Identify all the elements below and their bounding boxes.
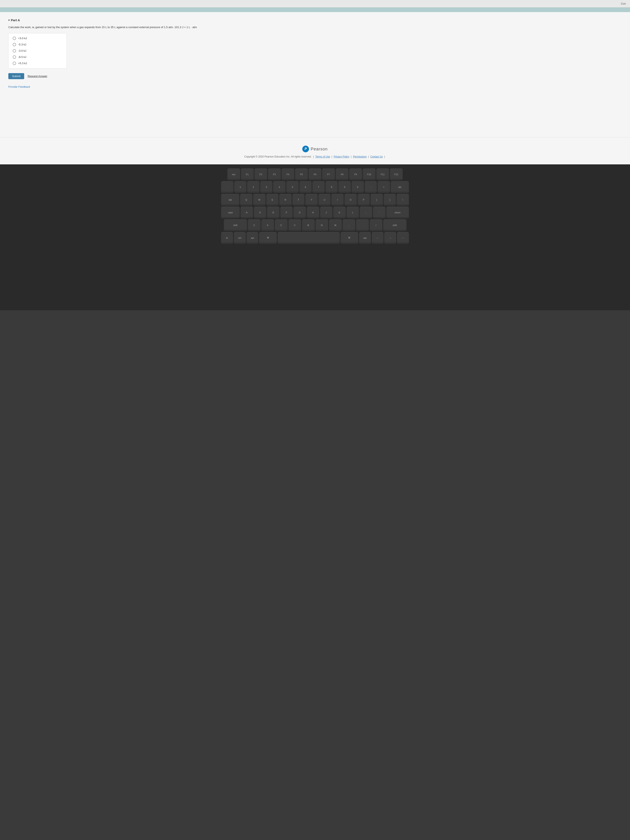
keyboard-row-6: fn ctrl opt ⌘ ⌘ opt ← ↑↓ → [221,232,409,243]
key-y[interactable]: Y [305,194,317,205]
key-cmd-right[interactable]: ⌘ [341,232,358,243]
key-f2[interactable]: F2 [254,169,267,180]
key-tab[interactable]: tab [221,194,239,205]
key-0[interactable]: 0 [352,181,364,193]
key-f6[interactable]: F6 [309,169,321,180]
radio-option-c[interactable]: -3.0 kJ [13,49,62,52]
key-shift-right[interactable]: shift [383,219,406,231]
provide-feedback-link[interactable]: Provide Feedback [8,85,30,88]
key-space[interactable] [278,232,339,243]
key-rbracket[interactable]: ] [384,194,396,205]
privacy-policy-link[interactable]: Privacy Policy [334,155,349,158]
key-period[interactable]: . [356,219,369,231]
key-caps[interactable]: caps [221,207,240,218]
key-4[interactable]: 4 [273,181,286,193]
top-bar: Con [0,0,630,8]
radio-option-e[interactable]: +5.3 kJ [13,62,62,65]
key-h[interactable]: H [307,207,319,218]
key-m[interactable]: M [329,219,342,231]
key-o[interactable]: O [344,194,357,205]
key-s[interactable]: S [254,207,266,218]
radio-option-a[interactable]: +3.0 kJ [13,37,62,40]
key-backtick[interactable]: ` [221,181,233,193]
key-b[interactable]: B [302,219,314,231]
key-8[interactable]: 8 [325,181,338,193]
radio-option-b[interactable]: -5.3 kJ [13,43,62,46]
radio-label-d: -8.5 kJ [18,55,26,58]
key-f4[interactable]: F4 [282,169,294,180]
key-3[interactable]: 3 [261,181,273,193]
key-f10[interactable]: F10 [363,169,376,180]
footer-sep-2: | [332,155,333,158]
key-f5[interactable]: F5 [295,169,308,180]
key-t[interactable]: T [292,194,305,205]
key-equals[interactable]: = [378,181,390,193]
key-f9[interactable]: F9 [349,169,362,180]
key-semicolon[interactable]: ; [360,207,372,218]
key-j[interactable]: J [320,207,333,218]
key-slash[interactable]: / [370,219,382,231]
key-x[interactable]: X [262,219,274,231]
key-arrow-updown[interactable]: ↑↓ [384,232,396,243]
key-ctrl[interactable]: ctrl [234,232,246,243]
key-r[interactable]: R [279,194,292,205]
radio-circle-d [13,55,16,59]
key-z[interactable]: Z [248,219,261,231]
key-w[interactable]: W [253,194,265,205]
terms-of-use-link[interactable]: Terms of Use [315,155,330,158]
key-f11[interactable]: F11 [376,169,389,180]
key-p[interactable]: P [358,194,370,205]
radio-label-a: +3.0 kJ [18,37,27,40]
key-minus[interactable]: - [365,181,377,193]
key-arrow-right[interactable]: → [397,232,409,243]
key-quote[interactable]: ' [373,207,385,218]
key-fn[interactable]: fn [221,232,233,243]
keyboard-row-2: ` 1 2 3 4 5 6 7 8 9 0 - = del [221,181,409,193]
key-arrow-left[interactable]: ← [372,232,384,243]
footer-section: P Pearson Copyright © 2020 Pearson Educa… [0,137,630,164]
key-2[interactable]: 2 [247,181,259,193]
key-f1[interactable]: F1 [241,169,254,180]
request-answer-button[interactable]: Request Answer [27,74,47,78]
radio-circle-b [13,43,16,46]
key-v[interactable]: V [289,219,301,231]
key-q[interactable]: Q [240,194,252,205]
radio-option-d[interactable]: -8.5 kJ [13,55,62,59]
key-n[interactable]: N [316,219,328,231]
key-e[interactable]: E [267,194,278,205]
key-delete[interactable]: del [391,181,409,193]
key-lbracket[interactable]: [ [371,194,383,205]
key-9[interactable]: 9 [338,181,351,193]
key-f12[interactable]: F12 [390,169,403,180]
part-label: Part A [11,18,20,22]
permissions-link[interactable]: Permissions [353,155,366,158]
key-return[interactable]: return [387,207,409,218]
key-backslash[interactable]: \ [397,194,409,205]
key-k[interactable]: K [333,207,346,218]
key-esc[interactable]: esc [227,169,240,180]
key-f7[interactable]: F7 [322,169,335,180]
key-u[interactable]: U [319,194,331,205]
key-option-right[interactable]: opt [359,232,371,243]
key-6[interactable]: 6 [300,181,312,193]
key-f8[interactable]: F8 [336,169,348,180]
key-i[interactable]: I [332,194,344,205]
question-text: Calculate the work, w, gained or lost by… [8,25,622,29]
accent-bar [0,8,630,12]
key-l[interactable]: L [347,207,359,218]
key-a[interactable]: A [241,207,253,218]
key-1[interactable]: 1 [234,181,246,193]
key-f[interactable]: F [280,207,293,218]
submit-button[interactable]: Submit [8,73,24,79]
key-shift-left[interactable]: shift [224,219,247,231]
key-5[interactable]: 5 [286,181,298,193]
key-7[interactable]: 7 [313,181,325,193]
contact-us-link[interactable]: Contact Us [370,155,383,158]
key-d[interactable]: D [267,207,279,218]
key-comma[interactable]: , [343,219,355,231]
key-cmd-left[interactable]: ⌘ [259,232,277,243]
key-f3[interactable]: F3 [268,169,281,180]
key-c[interactable]: C [275,219,287,231]
key-option-left[interactable]: opt [247,232,258,243]
key-g[interactable]: G [294,207,306,218]
